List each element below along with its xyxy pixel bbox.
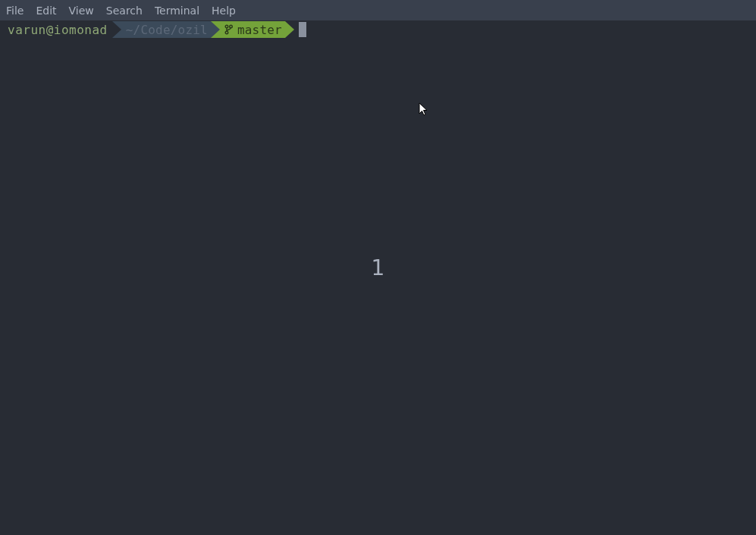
- prompt-user-host: varun@iomonad: [8, 21, 112, 38]
- svg-point-2: [225, 31, 228, 34]
- menu-file[interactable]: File: [6, 5, 24, 17]
- svg-point-0: [225, 25, 228, 28]
- menu-help[interactable]: Help: [212, 5, 236, 17]
- menu-search[interactable]: Search: [106, 5, 143, 17]
- svg-point-1: [230, 25, 233, 28]
- menubar: File Edit View Search Terminal Help: [0, 0, 756, 20]
- git-branch-icon: [224, 24, 233, 35]
- menu-view[interactable]: View: [69, 5, 94, 17]
- center-text: 1: [372, 255, 385, 280]
- prompt-path: ~/Code/ozil: [126, 23, 208, 37]
- terminal-cursor: [299, 22, 306, 37]
- mouse-cursor-icon: [419, 102, 429, 120]
- menu-edit[interactable]: Edit: [36, 5, 56, 17]
- arrow-separator-icon: [285, 21, 294, 38]
- prompt-branch-segment: master: [211, 21, 285, 38]
- arrow-separator-icon: [211, 21, 220, 38]
- prompt-path-segment: ~/Code/ozil: [112, 21, 211, 38]
- prompt-line[interactable]: varun@iomonad ~/Code/ozil master: [0, 20, 756, 39]
- prompt-branch: master: [237, 23, 282, 37]
- arrow-separator-icon: [112, 21, 121, 38]
- menu-terminal[interactable]: Terminal: [155, 5, 199, 17]
